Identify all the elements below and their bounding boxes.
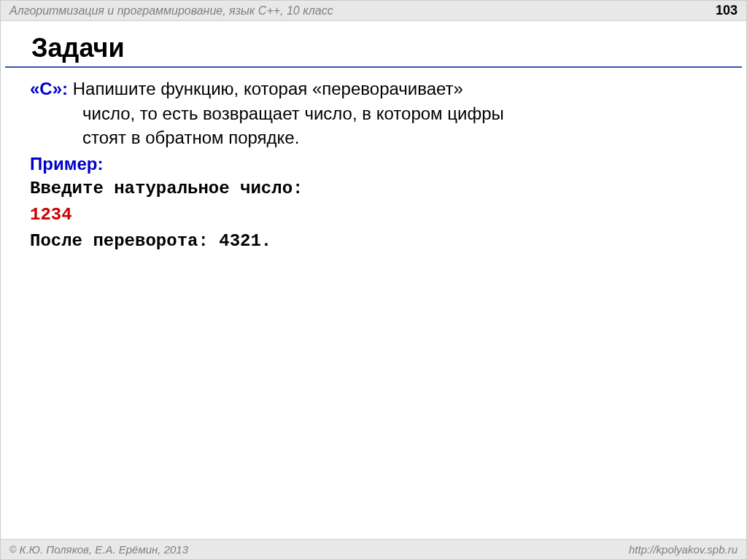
content-area: «C»: Напишите функцию, которая «перевора… xyxy=(1,77,746,254)
task-line-1: «C»: Напишите функцию, которая «перевора… xyxy=(30,77,717,101)
page-number: 103 xyxy=(716,3,738,18)
header-title: Алгоритмизация и программирование, язык … xyxy=(9,4,333,18)
footer-authors: К.Ю. Поляков, Е.А. Ерёмин, 2013 xyxy=(20,543,188,556)
example-output: После переворота: 4321. xyxy=(30,228,717,254)
page-title: Задачи xyxy=(5,21,742,68)
footer-bar: © К.Ю. Поляков, Е.А. Ерёмин, 2013 http:/… xyxy=(1,539,746,559)
task-text-3: стоят в обратном порядке. xyxy=(30,125,717,150)
copyright-icon: © xyxy=(9,544,17,555)
task-text-1: Напишите функцию, которая «переворачивае… xyxy=(68,79,463,98)
example-prompt: Введите натуральное число: xyxy=(30,176,717,202)
task-text-2: число, то есть возвращает число, в котор… xyxy=(30,101,717,126)
header-bar: Алгоритмизация и программирование, язык … xyxy=(1,1,746,21)
footer-copyright: © К.Ю. Поляков, Е.А. Ерёмин, 2013 xyxy=(9,543,188,556)
task-difficulty-label: «C»: xyxy=(30,79,68,98)
example-input: 1234 xyxy=(30,202,717,228)
example-label: Пример: xyxy=(30,152,717,176)
footer-url: http://kpolyakov.spb.ru xyxy=(629,543,738,556)
